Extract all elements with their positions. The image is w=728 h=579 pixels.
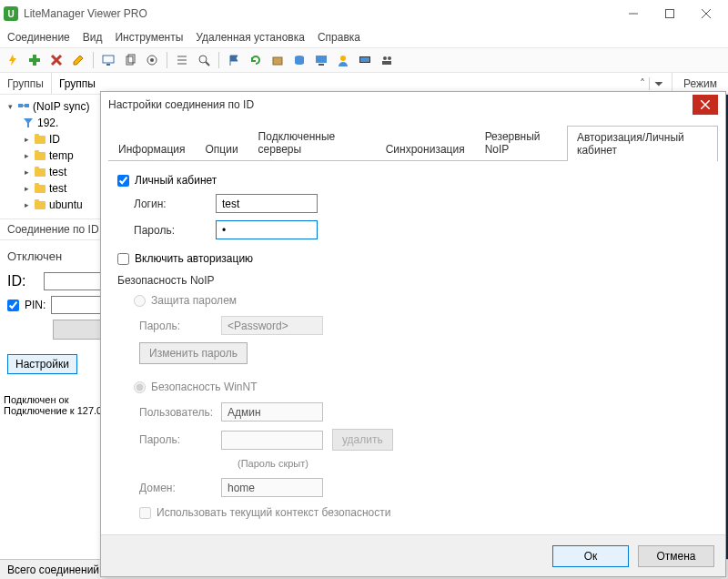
password-label: Пароль:	[134, 224, 216, 237]
expand-icon[interactable]: ▸	[22, 168, 31, 177]
svg-rect-29	[18, 104, 23, 107]
display-icon[interactable]	[356, 51, 374, 69]
dialog-titlebar: Настройки соединения по ID	[101, 92, 725, 117]
maximize-button[interactable]	[661, 5, 679, 23]
status-totals: Всего соединений:	[7, 564, 102, 576]
user-row: Пользователь:	[139, 402, 709, 422]
expand-icon[interactable]: ▸	[22, 184, 31, 193]
winnt-row: Безопасность WinNT	[134, 381, 709, 393]
personal-cabinet-checkbox[interactable]	[117, 175, 129, 187]
network-icon	[17, 100, 30, 113]
settings-button[interactable]: Настройки	[7, 354, 77, 374]
expand-icon[interactable]: ▸	[22, 151, 31, 160]
expand-icon[interactable]: ▸	[22, 135, 31, 144]
personal-cabinet-row: Личный кабинет	[117, 174, 709, 187]
protect-pass-label: Защита паролем	[151, 294, 237, 307]
collapse-icon[interactable]: ▾	[5, 102, 15, 111]
winnt-label: Безопасность WinNT	[151, 381, 258, 393]
db-icon[interactable]	[290, 51, 308, 69]
login-input[interactable]	[216, 194, 318, 213]
svg-rect-19	[273, 57, 282, 65]
folder-icon	[34, 166, 46, 178]
tab-info[interactable]: Информация	[108, 137, 195, 160]
list-icon[interactable]	[173, 51, 191, 69]
dialog-footer: Ок Отмена	[101, 534, 725, 576]
folder-icon	[34, 182, 46, 195]
svg-rect-5	[29, 58, 40, 62]
svg-rect-8	[103, 56, 114, 63]
ok-button[interactable]: Ок	[552, 545, 629, 567]
app-title: LiteManager Viewer PRO	[24, 7, 624, 20]
edit-icon[interactable]	[69, 51, 87, 69]
domain-row: Домен:	[139, 478, 709, 497]
breadcrumb-center: Группы	[59, 77, 96, 90]
protect-pass-radio[interactable]	[134, 295, 146, 307]
dialog-title: Настройки соединения по ID	[108, 98, 693, 111]
tab-servers[interactable]: Подключенные серверы	[248, 125, 376, 160]
copy-icon[interactable]	[121, 51, 139, 69]
menubar: Соединение Вид Инструменты Удаленная уст…	[0, 27, 728, 47]
login-label: Логин:	[134, 198, 216, 210]
winnt-radio[interactable]	[134, 381, 146, 393]
lightning-icon[interactable]	[4, 51, 22, 69]
delete-icon[interactable]	[47, 51, 66, 69]
enable-auth-checkbox[interactable]	[117, 253, 129, 265]
chevron-down-icon[interactable]: ⏷	[653, 77, 664, 90]
password-row: Пароль:	[134, 220, 709, 239]
folder-icon	[34, 198, 46, 211]
menu-help[interactable]: Справка	[318, 31, 360, 44]
add-icon[interactable]	[25, 51, 44, 69]
empty-button[interactable]	[53, 320, 103, 340]
use-context-checkbox	[139, 507, 151, 519]
screen-icon[interactable]	[99, 51, 117, 69]
app-icon: U	[4, 6, 18, 21]
close-button[interactable]	[697, 5, 715, 23]
login-row: Логин:	[134, 194, 709, 213]
menu-view[interactable]: Вид	[83, 31, 103, 44]
folder-icon	[34, 133, 46, 146]
hidden-note: (Пароль скрыт)	[238, 458, 709, 469]
svg-rect-1	[666, 10, 674, 18]
tree-root-label: (NoIP sync)	[33, 100, 89, 113]
svg-line-18	[206, 62, 209, 66]
radio-group: Защита паролем Пароль: Изменить пароль Б…	[134, 294, 709, 519]
tab-backup[interactable]: Резервный NoIP	[475, 125, 567, 160]
users-icon[interactable]	[378, 51, 396, 69]
tree-item-label: test	[49, 166, 66, 178]
tree-item-label: test	[49, 182, 66, 195]
menu-tools[interactable]: Инструменты	[115, 31, 183, 44]
personal-cabinet-label: Личный кабинет	[135, 174, 217, 187]
menu-connection[interactable]: Соединение	[7, 31, 70, 44]
monitor-icon[interactable]	[312, 51, 330, 69]
dialog-tabs: Информация Опции Подключенные серверы Си…	[101, 117, 725, 160]
menu-remote-install[interactable]: Удаленная установка	[196, 31, 305, 44]
tab-auth[interactable]: Авторизация/Личный кабинет	[567, 126, 718, 161]
noip-pass-input	[221, 316, 323, 335]
svg-point-13	[150, 58, 154, 62]
up-icon[interactable]: ˄	[640, 77, 645, 90]
separator	[167, 52, 167, 68]
breadcrumb-right: Режим	[672, 77, 728, 90]
svg-rect-30	[25, 104, 29, 107]
user-icon[interactable]	[334, 51, 352, 69]
svg-point-26	[383, 56, 387, 60]
flag-icon[interactable]	[225, 51, 243, 69]
tree-item-label: ubuntu	[49, 198, 83, 211]
password-input[interactable]	[216, 220, 318, 239]
box-icon[interactable]	[268, 51, 287, 69]
user-pass-row: Пароль: удалить	[139, 429, 709, 451]
breadcrumb-controls: ˄ ⏷	[640, 77, 664, 90]
target-icon[interactable]	[143, 51, 161, 69]
filter-icon	[22, 117, 35, 129]
id-label: ID:	[7, 273, 38, 290]
refresh-icon[interactable]	[247, 51, 265, 69]
expand-icon[interactable]: ▸	[22, 200, 31, 209]
tab-sync[interactable]: Синхронизация	[376, 137, 475, 160]
tab-options[interactable]: Опции	[195, 137, 248, 160]
search-icon[interactable]	[195, 51, 213, 69]
minimize-button[interactable]	[624, 5, 642, 23]
pin-checkbox[interactable]	[7, 300, 19, 311]
cancel-button[interactable]: Отмена	[638, 545, 714, 567]
dialog-close-button[interactable]	[693, 95, 718, 115]
titlebar: U LiteManager Viewer PRO	[0, 0, 728, 27]
